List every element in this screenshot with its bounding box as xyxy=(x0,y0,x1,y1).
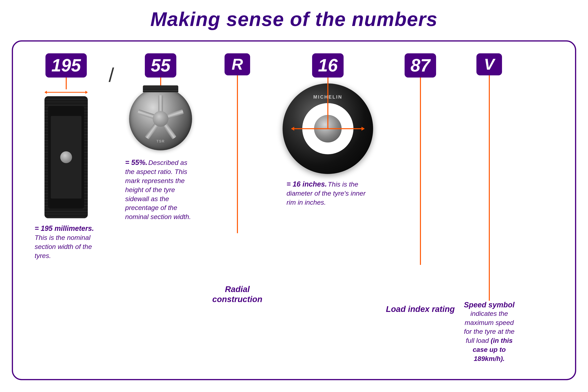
section-speed: V Speed symbol indicates the maximum spe… xyxy=(458,53,521,363)
wheel-circle: TSR xyxy=(129,87,192,150)
diameter-desc-bold: = 16 inches. xyxy=(286,180,327,188)
section-construction: R Radial construction xyxy=(202,53,273,363)
wheel-center-hub xyxy=(153,111,168,127)
construction-desc: Radial construction xyxy=(202,284,273,304)
section-width: 195 = 195 millimeters. xyxy=(29,53,104,363)
badge-16: 16 xyxy=(312,53,344,78)
slash-divider: / xyxy=(104,53,119,363)
speed-desc-bold: Speed symbol xyxy=(462,301,517,309)
diameter-h-line xyxy=(292,128,364,129)
badge-195: 195 xyxy=(46,53,87,78)
width-description: = 195 millimeters. This is the nominal s… xyxy=(33,224,100,260)
width-desc-bold: = 195 millimeters. xyxy=(35,224,94,232)
diameter-arrow-right xyxy=(362,127,365,131)
section-load: 87 Load index rating xyxy=(383,53,458,363)
diameter-arrow-left xyxy=(291,127,294,131)
page-title: Making sense of the numbers xyxy=(150,8,438,30)
width-desc-text: This is the nominal section width of the… xyxy=(35,233,98,260)
line-r xyxy=(237,75,238,233)
section-aspect: 55 TSR = 55%. Described as the aspec xyxy=(119,53,202,363)
tire-ring-img: MICHELIN xyxy=(282,84,373,174)
aspect-description: = 55%. Described as the aspect ratio. Th… xyxy=(123,158,198,222)
aspect-desc-normal: Described as the aspect ratio. This mark… xyxy=(125,159,191,220)
speed-description: Speed symbol indicates the maximum speed… xyxy=(460,301,519,363)
badge-v: V xyxy=(476,53,502,75)
badge-87: 87 xyxy=(404,53,436,78)
diameter-v-line xyxy=(328,84,328,129)
slash-char: / xyxy=(109,65,114,85)
info-box: 195 = 195 millimeters. xyxy=(12,40,576,380)
badge-55: 55 xyxy=(145,53,176,78)
diameter-description: = 16 inches. This is the diameter of the… xyxy=(284,180,371,207)
line-87 xyxy=(420,78,421,265)
line-195 xyxy=(66,78,67,89)
wheel-brand-text: TSR xyxy=(156,139,165,144)
section-diameter: 16 MICHELIN = 16 inc xyxy=(273,53,383,363)
tire-side-img xyxy=(44,96,88,218)
line-16-top xyxy=(328,78,328,84)
aspect-desc-bold: = 55%. xyxy=(125,158,148,166)
tread-strip xyxy=(143,86,178,92)
load-desc: Load index rating xyxy=(386,304,455,314)
wheel-img: TSR xyxy=(129,87,192,150)
badge-r: R xyxy=(224,53,250,75)
line-v xyxy=(489,75,490,301)
